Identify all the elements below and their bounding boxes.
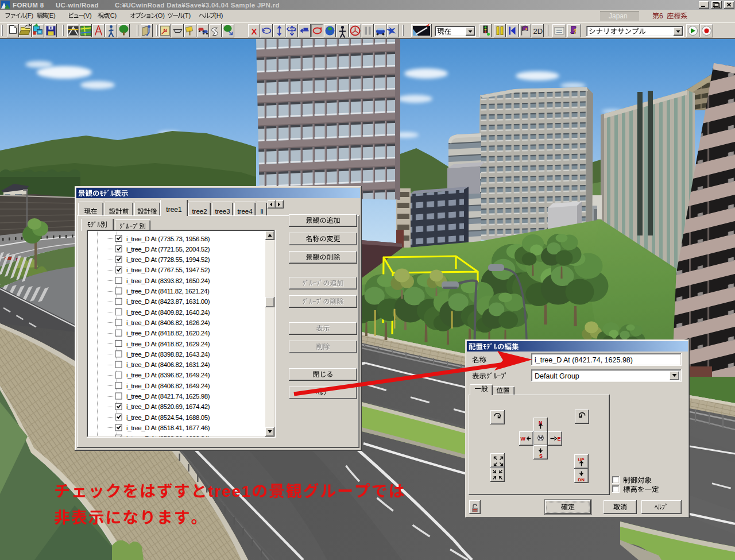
svg-text:FORUM 8: FORUM 8: [13, 2, 44, 9]
svg-text:(H): (H): [214, 12, 223, 19]
svg-text:i_tree_D At (8406.82, 1626.24): i_tree_D At (8406.82, 1626.24): [126, 319, 210, 326]
svg-text:i_tree_D At (8418.82, 1629.24): i_tree_D At (8418.82, 1629.24): [126, 341, 210, 347]
svg-text:i_tree_D At (8518.41, 1677.46): i_tree_D At (8518.41, 1677.46): [126, 424, 210, 431]
svg-text:W: W: [521, 436, 526, 442]
svg-text:(F): (F): [25, 12, 33, 19]
svg-text:(T): (T): [183, 12, 191, 19]
svg-text:i_tree_D At (7721.55, 2004.52): i_tree_D At (7721.55, 2004.52): [126, 246, 210, 253]
svg-text:i_tree_D At (7728.55, 1994.52): i_tree_D At (7728.55, 1994.52): [126, 256, 210, 263]
svg-text:(C): (C): [108, 12, 117, 19]
svg-text:i_tree_D At (8421.74, 1625.98): i_tree_D At (8421.74, 1625.98): [535, 356, 633, 364]
svg-text:X: X: [252, 26, 257, 36]
svg-text:tree3: tree3: [215, 208, 230, 215]
svg-text:i_tree_D At (8520.69, 1674.42): i_tree_D At (8520.69, 1674.42): [126, 403, 210, 410]
svg-text:tree2: tree2: [192, 208, 207, 215]
svg-text:i_tree_D At (7735.73, 1956.58): i_tree_D At (7735.73, 1956.58): [126, 235, 210, 242]
svg-text:S: S: [539, 453, 543, 459]
svg-text:tree1: tree1: [166, 206, 182, 214]
svg-text:i_tree_D At (8406.82, 1631.24): i_tree_D At (8406.82, 1631.24): [126, 361, 210, 368]
svg-text:UC-win/Road: UC-win/Road: [56, 2, 99, 9]
svg-text:6: 6: [659, 12, 663, 20]
svg-text:i_tree_D At (8421.74, 1625.98): i_tree_D At (8421.74, 1625.98): [126, 393, 210, 400]
svg-text:E: E: [558, 436, 561, 442]
svg-text:Japan: Japan: [609, 12, 628, 20]
svg-text:li: li: [260, 208, 263, 215]
svg-text:i_tree_D At (8398.82, 1643.24): i_tree_D At (8398.82, 1643.24): [126, 351, 210, 358]
svg-text:i_tree_D At (8423.87, 1631.00): i_tree_D At (8423.87, 1631.00): [126, 298, 210, 305]
svg-text:i_tree_D At (8409.82, 1640.24): i_tree_D At (8409.82, 1640.24): [126, 309, 210, 316]
svg-text:(E): (E): [47, 12, 56, 19]
svg-text:2D: 2D: [533, 27, 543, 36]
svg-text:Default Group: Default Group: [535, 372, 579, 380]
svg-text:i_tree_D At (8524.54, 1688.05): i_tree_D At (8524.54, 1688.05): [126, 414, 210, 421]
svg-text:i_tree_D At (8406.82, 1649.24): i_tree_D At (8406.82, 1649.24): [126, 383, 210, 389]
svg-text:(V): (V): [83, 12, 92, 19]
svg-text:tree4: tree4: [237, 208, 253, 215]
svg-text:i_tree_D At (8411.82, 1621.24): i_tree_D At (8411.82, 1621.24): [126, 288, 210, 295]
svg-text:i_tree_D At (8396.82, 1649.24): i_tree_D At (8396.82, 1649.24): [126, 372, 210, 379]
svg-text:?: ?: [573, 29, 577, 35]
svg-text:i_tree_D At (8418.82, 1620.24): i_tree_D At (8418.82, 1620.24): [126, 330, 210, 337]
svg-text:tree1: tree1: [208, 482, 252, 500]
svg-text:DN: DN: [578, 477, 585, 482]
svg-text:(O): (O): [156, 12, 165, 19]
svg-text:i_tree_D At (7767.55, 1947.52): i_tree_D At (7767.55, 1947.52): [126, 267, 210, 273]
svg-text:i_tree_D At (8393.82, 1650.24): i_tree_D At (8393.82, 1650.24): [126, 277, 210, 284]
svg-text:C:¥UCwinRoad Data¥Save¥3.04.04: C:¥UCwinRoad Data¥Save¥3.04.04 Sample JP…: [115, 2, 280, 9]
